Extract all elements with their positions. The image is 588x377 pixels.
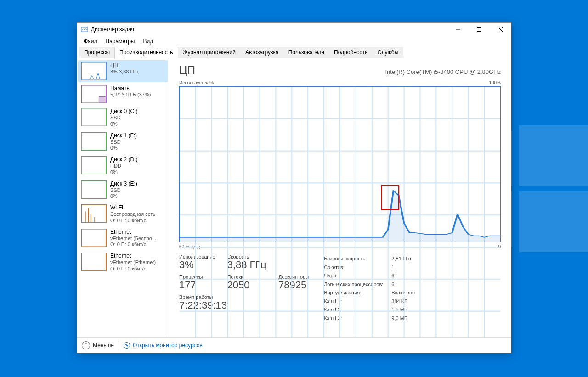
fewer-details-button[interactable]: ˄ Меньше	[82, 341, 114, 349]
svg-rect-15	[81, 133, 106, 150]
svg-rect-17	[81, 181, 106, 198]
sidebar-item-1[interactable]: Память 5,9/16,0 ГБ (37%)	[78, 83, 168, 105]
sidebar-item-title: Память	[110, 85, 151, 92]
cpu-model: Intel(R) Core(TM) i5-8400 CPU @ 2.80GHz	[385, 68, 501, 75]
tab-4[interactable]: Пользователи	[283, 47, 329, 58]
y-axis-label: Используется %	[179, 80, 214, 85]
highlight-box	[381, 185, 400, 210]
thumb-icon	[81, 229, 107, 247]
chevron-up-icon: ˄	[82, 341, 90, 349]
svg-rect-14	[81, 108, 106, 126]
sidebar-item-title: Диск 1 (F:)	[110, 132, 137, 139]
sidebar-item-line2: 3% 3,88 ГГц	[110, 69, 139, 75]
sidebar-item-line2: vEthernet (Беспро...	[110, 236, 156, 242]
sidebar-item-5[interactable]: Диск 3 (E:) SSD 0%	[78, 179, 168, 202]
sidebar-item-2[interactable]: Диск 0 (C:) SSD 0%	[78, 106, 168, 129]
thumb-icon	[81, 253, 107, 271]
resource-monitor-label: Открыть монитор ресурсов	[133, 342, 203, 349]
tab-6[interactable]: Службы	[373, 47, 403, 58]
main-title: ЦП	[179, 64, 195, 77]
menu-options[interactable]: Параметры	[102, 37, 139, 45]
sidebar-item-3[interactable]: Диск 1 (F:) SSD 0%	[78, 130, 168, 154]
sidebar-item-0[interactable]: ЦП 3% 3,88 ГГц	[78, 60, 168, 82]
sidebar-item-line3: О: 0 П: 0 кбит/с	[110, 218, 155, 224]
svg-rect-23	[81, 229, 106, 247]
sidebar[interactable]: ЦП 3% 3,88 ГГц Память 5,9/16,0 ГБ (37%) …	[77, 58, 169, 337]
app-icon	[81, 26, 88, 33]
sidebar-item-line3: 0%	[110, 121, 137, 128]
sidebar-item-line3: 0%	[110, 169, 137, 176]
svg-marker-53	[180, 191, 500, 242]
svg-rect-3	[519, 191, 588, 252]
sidebar-item-title: Ethernet	[110, 253, 156, 259]
main-panel: ЦП Intel(R) Core(TM) i5-8400 CPU @ 2.80G…	[169, 58, 511, 337]
sidebar-item-line3: О: 0 П: 0 кбит/с	[110, 266, 156, 272]
sidebar-item-line2: 5,9/16,0 ГБ (37%)	[110, 92, 151, 98]
y-max-label: 100%	[489, 80, 501, 85]
sidebar-item-line2: Беспроводная сеть	[110, 211, 155, 218]
resource-monitor-icon	[124, 342, 130, 349]
sidebar-item-line3: О: 0 П: 0 кбит/с	[110, 242, 156, 248]
minimize-button[interactable]	[447, 23, 469, 36]
svg-rect-11	[99, 97, 106, 103]
sidebar-item-line2: SSD	[110, 115, 137, 121]
sidebar-item-line2: SSD	[110, 139, 137, 146]
thumb-icon	[81, 62, 107, 80]
svg-rect-16	[81, 157, 106, 174]
sidebar-item-title: ЦП	[110, 62, 139, 69]
sidebar-item-4[interactable]: Диск 2 (D:) HDD 0%	[78, 154, 168, 178]
tab-3[interactable]: Автозагрузка	[240, 47, 284, 58]
footer: ˄ Меньше Открыть монитор ресурсов	[77, 337, 511, 353]
sidebar-item-title: Диск 0 (C:)	[110, 108, 137, 115]
window-title: Диспетчер задач	[91, 26, 447, 33]
svg-rect-1	[519, 125, 588, 186]
sidebar-item-title: Диск 3 (E:)	[110, 180, 137, 187]
svg-rect-18	[81, 205, 106, 222]
menu-file[interactable]: Файл	[80, 37, 101, 45]
close-button[interactable]	[490, 23, 511, 36]
sidebar-item-8[interactable]: Ethernet vEthernet (Ethernet) О: 0 П: 0 …	[78, 251, 168, 274]
sidebar-item-line2: HDD	[110, 163, 137, 169]
sidebar-item-title: Ethernet	[110, 229, 156, 236]
sidebar-item-line3: 0%	[110, 193, 137, 200]
thumb-icon	[81, 85, 107, 103]
fewer-details-label: Меньше	[93, 342, 114, 349]
thumb-icon	[81, 132, 107, 151]
sidebar-item-line2: vEthernet (Ethernet)	[110, 259, 156, 266]
sidebar-item-title: Wi-Fi	[110, 204, 155, 211]
svg-rect-6	[477, 28, 481, 32]
cpu-chart[interactable]	[179, 86, 501, 242]
sidebar-item-line3: 0%	[110, 145, 137, 152]
separator	[119, 341, 119, 349]
thumb-icon	[81, 204, 107, 223]
menu-view[interactable]: Вид	[139, 37, 157, 45]
sidebar-item-line2: SSD	[110, 187, 137, 194]
task-manager-window: Диспетчер задач Файл Параметры Вид Проце…	[77, 22, 511, 353]
tab-0[interactable]: Процессы	[79, 47, 115, 58]
svg-rect-24	[81, 253, 106, 270]
sidebar-item-7[interactable]: Ethernet vEthernet (Беспро... О: 0 П: 0 …	[78, 227, 168, 250]
thumb-icon	[81, 180, 107, 199]
tab-1[interactable]: Производительность	[114, 47, 178, 58]
menubar: Файл Параметры Вид	[77, 36, 511, 46]
thumb-icon	[81, 108, 107, 126]
maximize-button[interactable]	[469, 23, 490, 36]
thumb-icon	[81, 156, 107, 174]
open-resource-monitor-link[interactable]: Открыть монитор ресурсов	[124, 342, 203, 349]
tab-5[interactable]: Подробности	[329, 47, 373, 58]
tab-2[interactable]: Журнал приложений	[178, 47, 241, 58]
svg-rect-9	[81, 62, 106, 80]
sidebar-item-title: Диск 2 (D:)	[110, 156, 137, 163]
sidebar-item-6[interactable]: Wi-Fi Беспроводная сеть О: 0 П: 0 кбит/с	[78, 203, 168, 226]
tabbar: ПроцессыПроизводительностьЖурнал приложе…	[77, 46, 511, 58]
titlebar[interactable]: Диспетчер задач	[77, 23, 511, 36]
